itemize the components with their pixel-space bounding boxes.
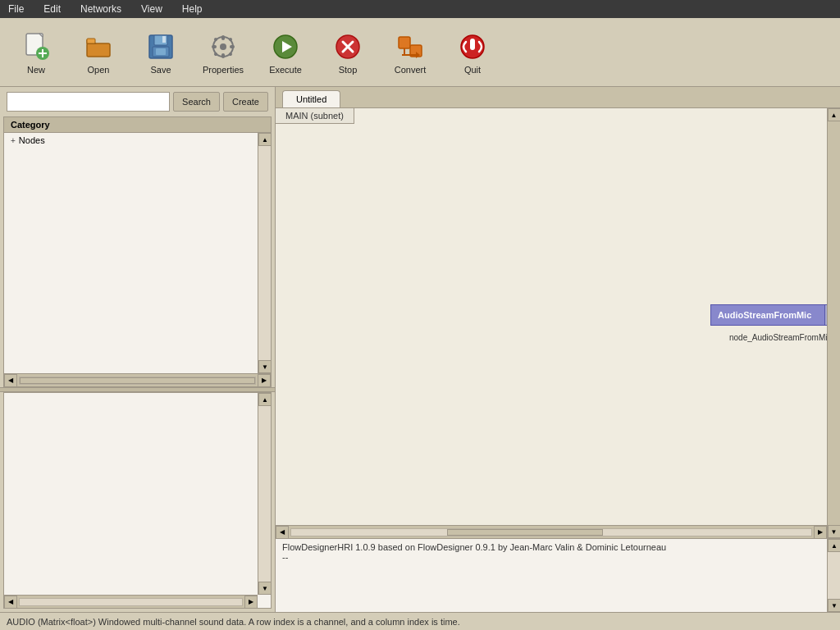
menu-help[interactable]: Help bbox=[177, 2, 208, 16]
menu-view[interactable]: View bbox=[136, 2, 167, 16]
execute-label: Execute bbox=[269, 65, 302, 75]
svg-point-14 bbox=[220, 43, 226, 50]
execute-icon bbox=[269, 30, 302, 63]
log-vscroll[interactable]: ▲ ▼ bbox=[827, 539, 840, 612]
save-button[interactable]: Save bbox=[131, 23, 190, 82]
menu-edit[interactable]: Edit bbox=[39, 2, 66, 16]
canvas-vscroll-down[interactable]: ▼ bbox=[828, 525, 841, 538]
cat-vscroll-up[interactable]: ▲ bbox=[258, 133, 271, 146]
canvas-hscroll-track bbox=[290, 528, 812, 536]
bl-vscroll-track bbox=[258, 406, 271, 582]
svg-rect-6 bbox=[87, 43, 110, 57]
log-line1: FlowDesignerHRI 1.0.9 based on FlowDesig… bbox=[282, 542, 820, 552]
svg-rect-12 bbox=[162, 36, 166, 43]
canvas-content[interactable]: AudioStreamFromMic AUDIO NOT_EOF node_Au… bbox=[276, 124, 827, 525]
quit-icon bbox=[456, 30, 489, 63]
category-content[interactable]: + Nodes bbox=[4, 133, 258, 373]
nodes-label: Nodes bbox=[19, 135, 45, 145]
svg-rect-16 bbox=[221, 53, 225, 58]
new-icon bbox=[20, 30, 52, 63]
search-bar: Search Create bbox=[0, 87, 275, 116]
svg-rect-34 bbox=[470, 39, 475, 50]
quit-button[interactable]: Quit bbox=[443, 23, 502, 82]
stop-button[interactable]: Stop bbox=[318, 23, 377, 82]
log-content: FlowDesignerHRI 1.0.9 based on FlowDesig… bbox=[276, 539, 827, 612]
node-body: AudioStreamFromMic bbox=[710, 304, 825, 326]
bl-vscroll-down[interactable]: ▼ bbox=[258, 582, 272, 595]
toolbar: New Open Save bbox=[0, 18, 840, 87]
log-line2: -- bbox=[282, 552, 820, 562]
bl-vscroll-up[interactable]: ▲ bbox=[258, 393, 272, 406]
canvas-area[interactable]: MAIN (subnet) AudioStreamFromMic AUDIO N… bbox=[276, 108, 827, 538]
right-panel: Untitled MAIN (subnet) AudioStreamFromMi… bbox=[276, 87, 840, 612]
tab-untitled[interactable]: Untitled bbox=[282, 90, 340, 107]
bottom-left-hscroll[interactable]: ◀ ▶ bbox=[4, 595, 258, 608]
create-button[interactable]: Create bbox=[223, 92, 268, 112]
properties-icon bbox=[207, 30, 240, 63]
canvas-hscroll-right[interactable]: ▶ bbox=[814, 526, 827, 539]
svg-rect-7 bbox=[87, 39, 95, 43]
cat-hscroll-thumb bbox=[20, 377, 255, 384]
node-instance-label: node_AudioStreamFromMic_1 bbox=[729, 333, 827, 342]
log-vscroll-down[interactable]: ▼ bbox=[828, 599, 840, 612]
expand-icon: + bbox=[11, 136, 16, 145]
convert-button[interactable]: Convert bbox=[381, 23, 440, 82]
search-button[interactable]: Search bbox=[173, 92, 220, 112]
svg-rect-19 bbox=[213, 37, 218, 42]
convert-label: Convert bbox=[395, 65, 427, 75]
properties-label: Properties bbox=[203, 65, 244, 75]
properties-button[interactable]: Properties bbox=[194, 23, 253, 82]
cat-hscroll-track bbox=[19, 377, 256, 385]
open-icon bbox=[82, 30, 115, 63]
search-input[interactable] bbox=[7, 92, 170, 112]
execute-button[interactable]: Execute bbox=[256, 23, 315, 82]
canvas-hscroll-thumb bbox=[447, 529, 603, 536]
main-content: Search Create Category + Nodes ▲ ▼ bbox=[0, 87, 840, 612]
new-button[interactable]: New bbox=[7, 23, 66, 82]
stop-icon bbox=[331, 30, 364, 63]
status-bar: AUDIO (Matrix<float>) Windowed multi-cha… bbox=[0, 612, 840, 630]
cat-hscroll[interactable]: ◀ ▶ bbox=[4, 373, 271, 386]
bottom-left-vscroll[interactable]: ▲ ▼ bbox=[258, 393, 271, 595]
menubar: File Edit Networks View Help bbox=[0, 0, 840, 18]
svg-rect-22 bbox=[228, 52, 233, 57]
cat-vscroll[interactable]: ▲ ▼ bbox=[258, 133, 271, 373]
open-label: Open bbox=[88, 65, 110, 75]
nodes-item[interactable]: + Nodes bbox=[4, 133, 258, 148]
canvas-vscroll[interactable]: ▲ ▼ bbox=[827, 108, 840, 538]
node-ports: AUDIO NOT_EOF bbox=[825, 304, 827, 326]
log-vscroll-track bbox=[828, 552, 840, 599]
canvas-vscroll-up[interactable]: ▲ bbox=[828, 108, 841, 121]
cat-hscroll-left[interactable]: ◀ bbox=[4, 374, 17, 387]
cat-hscroll-right[interactable]: ▶ bbox=[258, 374, 271, 387]
svg-rect-11 bbox=[156, 48, 166, 55]
cat-vscroll-down[interactable]: ▼ bbox=[258, 360, 271, 373]
save-icon bbox=[144, 30, 177, 63]
canvas-with-scroll: MAIN (subnet) AudioStreamFromMic AUDIO N… bbox=[276, 108, 840, 538]
bl-hscroll-right[interactable]: ▶ bbox=[244, 596, 258, 609]
node-name: AudioStreamFromMic bbox=[718, 310, 811, 320]
svg-rect-17 bbox=[212, 45, 217, 48]
menu-file[interactable]: File bbox=[3, 2, 29, 16]
bl-hscroll-left[interactable]: ◀ bbox=[4, 596, 17, 609]
cat-vscroll-track bbox=[258, 146, 271, 360]
status-text: AUDIO (Matrix<float>) Windowed multi-cha… bbox=[7, 617, 460, 627]
quit-label: Quit bbox=[464, 65, 481, 75]
convert-icon bbox=[394, 30, 427, 63]
canvas-hscroll-left[interactable]: ◀ bbox=[276, 526, 289, 539]
svg-rect-15 bbox=[221, 35, 225, 40]
menu-networks[interactable]: Networks bbox=[75, 2, 126, 16]
bottom-left-panel: ▲ ▼ ◀ ▶ bbox=[3, 392, 272, 609]
category-panel: Category + Nodes ▲ ▼ ◀ bbox=[3, 116, 272, 387]
canvas-hscroll[interactable]: ◀ ▶ bbox=[276, 525, 827, 538]
tab-bar: Untitled bbox=[276, 87, 840, 108]
audio-stream-node[interactable]: AudioStreamFromMic AUDIO NOT_EOF bbox=[710, 304, 827, 326]
log-vscroll-up[interactable]: ▲ bbox=[828, 539, 840, 552]
open-button[interactable]: Open bbox=[69, 23, 128, 82]
log-area: FlowDesignerHRI 1.0.9 based on FlowDesig… bbox=[276, 538, 840, 612]
svg-rect-18 bbox=[230, 45, 235, 48]
save-label: Save bbox=[150, 65, 171, 75]
new-label: New bbox=[27, 65, 45, 75]
subnet-label: MAIN (subnet) bbox=[276, 108, 354, 124]
svg-rect-28 bbox=[399, 37, 410, 48]
